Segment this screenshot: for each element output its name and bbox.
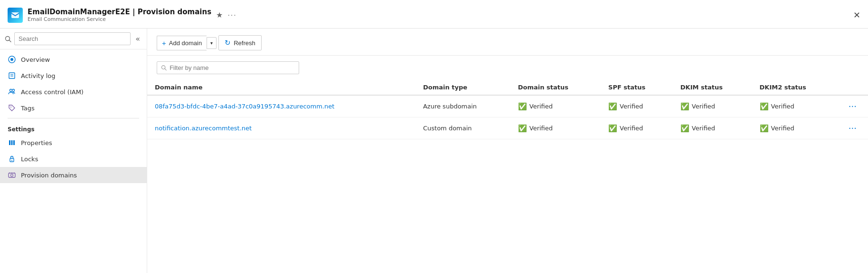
more-options-icon[interactable]: ···	[227, 11, 236, 19]
cell-row-more-1: ···	[837, 117, 868, 139]
refresh-button[interactable]: ↻ Refresh	[218, 35, 262, 50]
locks-icon	[8, 155, 16, 163]
sidebar-item-label-provision-domains: Provision domains	[21, 172, 77, 179]
sidebar-item-label-locks: Locks	[21, 156, 38, 163]
sidebar-item-label-overview: Overview	[21, 56, 50, 63]
dkim-status-label-0: Verified	[692, 103, 715, 110]
app-icon	[8, 8, 23, 23]
sidebar-item-label-properties: Properties	[21, 139, 52, 146]
svg-line-2	[9, 40, 11, 42]
add-domain-group: + Add domain ▾	[157, 36, 217, 50]
domain-link-0[interactable]: 08fa75d3-bfdc-4be7-a4ad-37c0a9195743.azu…	[155, 103, 334, 110]
svg-point-9	[12, 89, 15, 92]
tags-icon	[8, 104, 16, 112]
add-domain-plus-icon: +	[162, 39, 166, 47]
refresh-label: Refresh	[234, 39, 255, 47]
col-header-dkim-status: DKIM status	[673, 80, 752, 95]
spf-status-verified-icon-1: ✅	[608, 124, 617, 133]
svg-point-10	[10, 107, 11, 107]
cell-spf-status-1: ✅ Verified	[601, 117, 673, 139]
filter-by-name-input[interactable]	[170, 64, 295, 71]
add-domain-button[interactable]: + Add domain	[157, 36, 207, 50]
overview-icon	[8, 55, 16, 64]
data-table: Domain name Domain type Domain status SP…	[147, 80, 868, 273]
sidebar-item-locks[interactable]: Locks	[0, 151, 147, 167]
access-control-icon	[8, 88, 16, 96]
cell-dkim-status-1: ✅ Verified	[673, 117, 752, 139]
table-header: Domain name Domain type Domain status SP…	[147, 80, 868, 95]
sidebar-item-properties[interactable]: Properties	[0, 135, 147, 151]
spf-status-verified-icon-0: ✅	[608, 102, 617, 111]
col-header-actions	[837, 80, 868, 95]
sidebar-item-label-tags: Tags	[21, 105, 35, 112]
filter-bar	[147, 56, 868, 80]
dkim2-status-verified-icon-1: ✅	[760, 124, 769, 133]
dkim-status-verified-icon-1: ✅	[680, 124, 689, 133]
svg-rect-16	[9, 173, 15, 177]
cell-domain-status-1: ✅ Verified	[510, 117, 601, 139]
collapse-button[interactable]: «	[133, 32, 142, 45]
domain-status-verified-icon-1: ✅	[518, 124, 527, 133]
sidebar-divider	[8, 118, 139, 118]
table-body: 08fa75d3-bfdc-4be7-a4ad-37c0a9195743.azu…	[147, 95, 868, 139]
sidebar-item-label-access-control: Access control (IAM)	[21, 88, 84, 96]
row-more-button-1[interactable]: ···	[845, 122, 860, 134]
spf-status-label-1: Verified	[620, 125, 643, 132]
table-row: 08fa75d3-bfdc-4be7-a4ad-37c0a9195743.azu…	[147, 95, 868, 117]
sidebar-item-activity-log[interactable]: Activity log	[0, 68, 147, 84]
dkim2-status-label-0: Verified	[771, 103, 794, 110]
svg-point-17	[11, 174, 13, 176]
sidebar-search-area: «	[0, 29, 147, 49]
resource-title-group: EmailDomainManagerE2E | Provision domain…	[28, 8, 211, 22]
title-bar: EmailDomainManagerE2E | Provision domain…	[0, 0, 868, 29]
provision-domains-icon	[8, 171, 16, 179]
domain-status-label-0: Verified	[529, 103, 553, 110]
svg-rect-0	[11, 12, 19, 18]
cell-domain-status-0: ✅ Verified	[510, 95, 601, 117]
resource-subtitle: Email Communication Service	[28, 16, 211, 22]
sidebar-item-tags[interactable]: Tags	[0, 100, 147, 116]
col-header-domain-status: Domain status	[510, 80, 601, 95]
main-layout: « Overview Activity log	[0, 29, 868, 273]
table-row: notification.azurecommtest.net Custom do…	[147, 117, 868, 139]
filter-search-icon	[161, 65, 167, 71]
filter-input-wrap	[157, 61, 299, 74]
search-input[interactable]	[14, 32, 131, 45]
sidebar-item-label-activity-log: Activity log	[21, 72, 56, 79]
domain-status-label-1: Verified	[529, 125, 553, 132]
col-header-spf-status: SPF status	[601, 80, 673, 95]
properties-icon	[8, 138, 16, 147]
refresh-icon: ↻	[225, 39, 231, 47]
svg-rect-13	[13, 140, 15, 145]
svg-rect-11	[9, 140, 10, 145]
svg-point-15	[11, 160, 12, 161]
dkim-status-verified-icon-0: ✅	[680, 102, 689, 111]
cell-domain-name-0: 08fa75d3-bfdc-4be7-a4ad-37c0a9195743.azu…	[147, 95, 415, 117]
search-icon	[5, 36, 11, 42]
col-header-dkim2-status: DKIM2 status	[752, 80, 837, 95]
cell-domain-type-1: Custom domain	[415, 117, 510, 139]
favorite-icon[interactable]: ★	[216, 10, 223, 20]
row-more-button-0[interactable]: ···	[845, 100, 860, 112]
svg-rect-5	[9, 73, 15, 78]
dkim-status-label-1: Verified	[692, 125, 715, 132]
spf-status-label-0: Verified	[620, 103, 643, 110]
main-content: + Add domain ▾ ↻ Refresh	[147, 29, 868, 273]
cell-dkim2-status-1: ✅ Verified	[752, 117, 837, 139]
domain-link-1[interactable]: notification.azurecommtest.net	[155, 125, 252, 132]
add-domain-dropdown-button[interactable]: ▾	[207, 37, 217, 49]
sidebar-item-provision-domains[interactable]: Provision domains	[0, 167, 147, 183]
col-header-domain-name: Domain name	[147, 80, 415, 95]
title-separator: |	[132, 8, 138, 16]
cell-spf-status-0: ✅ Verified	[601, 95, 673, 117]
cell-domain-name-1: notification.azurecommtest.net	[147, 117, 415, 139]
dkim2-status-verified-icon-0: ✅	[760, 102, 769, 111]
cell-dkim-status-0: ✅ Verified	[673, 95, 752, 117]
dkim2-status-label-1: Verified	[771, 125, 794, 132]
col-header-domain-type: Domain type	[415, 80, 510, 95]
cell-domain-type-0: Azure subdomain	[415, 95, 510, 117]
close-button[interactable]: ✕	[853, 11, 860, 20]
sidebar-item-access-control[interactable]: Access control (IAM)	[0, 84, 147, 100]
svg-rect-12	[11, 140, 13, 145]
sidebar-item-overview[interactable]: Overview	[0, 51, 147, 68]
